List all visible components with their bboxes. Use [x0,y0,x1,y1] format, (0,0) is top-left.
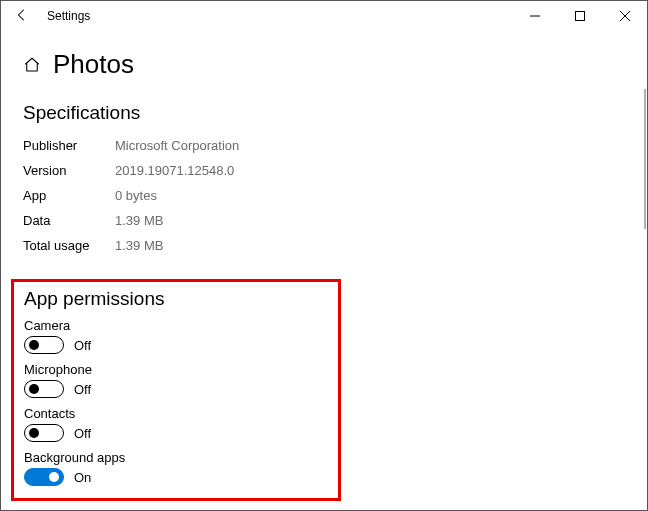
toggle-knob [29,428,39,438]
spec-label: Total usage [23,238,115,253]
content-area: Photos Specifications PublisherMicrosoft… [1,31,647,510]
permission-item: Background appsOn [24,450,328,486]
toggle-knob [29,340,39,350]
toggle-knob [29,384,39,394]
spec-value: 1.39 MB [115,213,163,228]
permission-item: CameraOff [24,318,328,354]
titlebar: Settings [1,1,647,31]
page-title: Photos [53,49,134,80]
spec-label: App [23,188,115,203]
toggle-state-label: On [74,470,91,485]
spec-row: PublisherMicrosoft Corporation [23,138,625,153]
toggle-switch[interactable] [24,380,64,398]
toggle-row: Off [24,336,328,354]
permissions-heading: App permissions [24,288,328,310]
permission-label: Microphone [24,362,328,377]
spec-row: Version2019.19071.12548.0 [23,163,625,178]
permission-label: Camera [24,318,328,333]
permission-label: Background apps [24,450,328,465]
settings-window: Settings Photos Specifications Publisher… [0,0,648,511]
permission-label: Contacts [24,406,328,421]
spec-row: Total usage1.39 MB [23,238,625,253]
svg-rect-1 [575,12,584,21]
spec-label: Publisher [23,138,115,153]
spec-row: App0 bytes [23,188,625,203]
app-permissions-section: App permissions CameraOffMicrophoneOffCo… [11,279,341,501]
toggle-switch[interactable] [24,424,64,442]
permission-item: ContactsOff [24,406,328,442]
spec-row: Data1.39 MB [23,213,625,228]
spec-value: 2019.19071.12548.0 [115,163,234,178]
window-title: Settings [47,9,90,23]
toggle-state-label: Off [74,382,91,397]
spec-label: Version [23,163,115,178]
spec-label: Data [23,213,115,228]
close-button[interactable] [602,1,647,31]
minimize-button[interactable] [512,1,557,31]
specifications-heading: Specifications [23,102,625,124]
page-header: Photos [23,49,625,80]
permission-item: MicrophoneOff [24,362,328,398]
toggle-switch[interactable] [24,468,64,486]
toggle-switch[interactable] [24,336,64,354]
maximize-button[interactable] [557,1,602,31]
home-icon[interactable] [23,56,41,74]
toggle-state-label: Off [74,338,91,353]
toggle-row: On [24,468,328,486]
spec-value: 1.39 MB [115,238,163,253]
back-button[interactable] [1,8,43,25]
spec-value: 0 bytes [115,188,157,203]
toggle-row: Off [24,424,328,442]
toggle-knob [49,472,59,482]
spec-value: Microsoft Corporation [115,138,239,153]
specifications-table: PublisherMicrosoft CorporationVersion201… [23,138,625,253]
toggle-row: Off [24,380,328,398]
toggle-state-label: Off [74,426,91,441]
